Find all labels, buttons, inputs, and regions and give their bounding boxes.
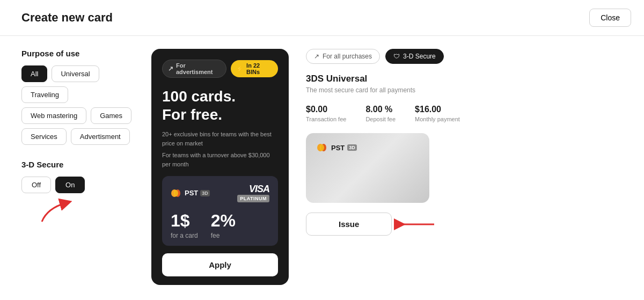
red-arrow-icon bbox=[36, 197, 74, 224]
chart-icon: ↗ bbox=[168, 65, 173, 72]
right-stat-deposit: 8.00 % Deposit fee bbox=[365, 105, 396, 122]
promo-card: ↗ For advertisment ⚡ In 22 BINs 100 card… bbox=[151, 49, 289, 285]
right-stat-monthly: $16.00 Monthly payment bbox=[415, 105, 460, 122]
svg-point-2 bbox=[174, 190, 178, 196]
filter-games[interactable]: Games bbox=[91, 107, 131, 124]
close-button[interactable]: Close bbox=[589, 9, 631, 27]
issue-button[interactable]: Issue bbox=[306, 213, 392, 236]
badge-advertisment: ↗ For advertisment bbox=[162, 60, 226, 78]
right-panel: ↗ For all purchases 🛡 3-D Secure 3DS Uni… bbox=[306, 49, 623, 236]
page-title: Create new card bbox=[21, 11, 113, 25]
card-stat-1: 1$ for a card bbox=[171, 211, 198, 239]
secure-title: 3-D Secure bbox=[21, 160, 134, 169]
card-stat-2: 2% fee bbox=[211, 211, 236, 239]
filter-services[interactable]: Services bbox=[21, 128, 67, 145]
right-tabs: ↗ For all purchases 🛡 3-D Secure bbox=[306, 49, 623, 64]
card-desc-1: 20+ exclusive bins for teams with the be… bbox=[162, 130, 278, 148]
right-card-visual: PST 3D bbox=[306, 133, 429, 203]
apply-button[interactable]: Apply bbox=[162, 253, 278, 276]
right-card-title: 3DS Universal bbox=[306, 74, 623, 84]
purchases-icon: ↗ bbox=[314, 53, 319, 60]
secure-toggle: Off On bbox=[21, 177, 134, 193]
badge-bins: ⚡ In 22 BINs bbox=[231, 60, 278, 77]
right-pst-logo: PST 3D bbox=[317, 143, 357, 152]
filter-all[interactable]: All bbox=[21, 65, 47, 82]
toggle-on[interactable]: On bbox=[55, 177, 85, 193]
tab-all-purchases[interactable]: ↗ For all purchases bbox=[306, 49, 380, 64]
card-stats: 1$ for a card 2% fee bbox=[171, 211, 269, 239]
right-stats: $0.00 Transaction fee 8.00 % Deposit fee… bbox=[306, 105, 623, 122]
shield-tab-icon: 🛡 bbox=[393, 53, 400, 60]
toggle-off[interactable]: Off bbox=[21, 177, 51, 193]
card-desc-2: For teams with a turnover above $30,000 … bbox=[162, 151, 278, 169]
filter-web-mastering[interactable]: Web mastering bbox=[21, 107, 86, 124]
pst-3d-badge: 3D bbox=[200, 190, 210, 196]
main-content: Purpose of use All Universal Traveling W… bbox=[0, 36, 644, 298]
pst-flame-icon bbox=[171, 188, 182, 198]
left-panel: Purpose of use All Universal Traveling W… bbox=[21, 49, 134, 224]
filter-traveling[interactable]: Traveling bbox=[21, 86, 68, 103]
filter-universal[interactable]: Universal bbox=[52, 65, 99, 82]
purpose-filters: All Universal Traveling Web mastering Ga… bbox=[21, 65, 134, 145]
header: Create new card Close bbox=[0, 0, 644, 36]
card-visual-header: PST 3D VISA PLATINUM bbox=[171, 184, 269, 202]
purpose-title: Purpose of use bbox=[21, 49, 134, 58]
tab-3d-secure[interactable]: 🛡 3-D Secure bbox=[385, 49, 444, 64]
visa-area: VISA PLATINUM bbox=[237, 184, 269, 202]
pst-logo: PST 3D bbox=[171, 188, 210, 198]
arrow-annotation bbox=[21, 197, 134, 224]
card-headline: 100 cards. For free. bbox=[162, 87, 278, 123]
right-pst-flame-icon bbox=[317, 143, 328, 152]
card-mini-visual: PST 3D VISA PLATINUM 1$ for a card 2% fe… bbox=[162, 176, 278, 246]
filter-advertisment[interactable]: Advertisment bbox=[71, 128, 130, 145]
svg-point-5 bbox=[320, 144, 324, 151]
lightning-icon: ⚡ bbox=[236, 65, 244, 72]
right-stat-transaction: $0.00 Transaction fee bbox=[306, 105, 346, 122]
card-badges: ↗ For advertisment ⚡ In 22 BINs bbox=[162, 60, 278, 78]
right-red-arrow-icon bbox=[394, 214, 437, 235]
issue-row: Issue bbox=[306, 213, 623, 236]
right-3d-badge: 3D bbox=[347, 144, 357, 151]
right-card-desc: The most secure card for all payments bbox=[306, 86, 623, 94]
